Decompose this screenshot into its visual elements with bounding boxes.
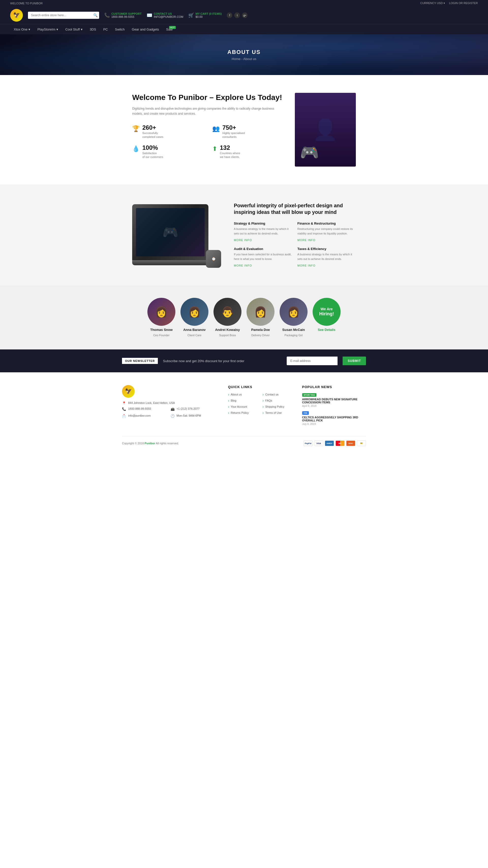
features-title: Powerful integrity of pixel-perfect desi… — [234, 202, 356, 215]
footer-link-shipping[interactable]: Shipping Policy — [263, 405, 292, 409]
nav-item-playstore[interactable]: PlayStoreIm ▾ — [34, 24, 62, 34]
footer-phone: 📞 1800-888-99-5555 — [122, 407, 169, 411]
team-role-andrei: Support Boss — [219, 334, 236, 337]
nav-item-xtox[interactable]: Xtox One ▾ — [10, 24, 34, 34]
location-icon: 📍 — [122, 401, 126, 405]
welcome-image: 👤 — [295, 93, 356, 166]
nav-item-sale[interactable]: Sale HOT — [163, 24, 176, 34]
footer-logo[interactable]: 🦅 — [122, 385, 135, 398]
nav-item-switch[interactable]: Switch — [111, 24, 128, 34]
googleplus-icon[interactable]: g+ — [242, 12, 248, 18]
team-hiring[interactable]: We Are Hiring! See Details — [313, 298, 340, 332]
news-title-2[interactable]: CELTICS AGGRESSIVELY SHOPPING 3RD OVERAL… — [302, 416, 366, 422]
stat-icon-satisfaction: 💧 — [132, 145, 140, 152]
social-links: f t g+ — [227, 12, 248, 18]
nav-item-3ds[interactable]: 3DS — [86, 24, 100, 34]
team-name-anna: Anna Baranov — [183, 328, 206, 332]
footer-link-contact[interactable]: Contact us — [263, 393, 292, 397]
search-input[interactable] — [28, 12, 99, 19]
stat-label-consultants: Highly specialisedconsultants — [222, 131, 245, 139]
logo-icon: 🦅 — [10, 9, 23, 22]
chevron-down-icon: ▾ — [81, 28, 83, 31]
footer-link-blog[interactable]: Blog — [228, 399, 257, 403]
sale-badge: HOT — [169, 26, 176, 29]
welcome-section: Welcome To Punibor – Explore Us Today! D… — [122, 78, 366, 182]
feature-taxes-more[interactable]: MORE INFO — [297, 264, 316, 267]
avatar-susan: 👩 — [280, 298, 307, 326]
feature-strategy-desc: A business strategy is the means by whic… — [234, 227, 292, 236]
team-role-pamela: Delivery Driver — [251, 334, 270, 337]
footer-links-list: About us Contact us Blog FAQs Your Accou… — [228, 393, 292, 415]
footer-link-returns[interactable]: Returns Policy — [228, 411, 257, 415]
hiring-cta[interactable]: See Details — [318, 328, 335, 332]
currency-selector[interactable]: CURRENCY USD ▾ — [420, 2, 445, 5]
stat-icon-consultants: 👥 — [212, 125, 220, 132]
news-title-1[interactable]: ARROWHEAD DEBUTS NEW SIGNATURE CONCESSIO… — [302, 398, 366, 404]
newsletter-section: OUR NEWSLETTER Subscribe now and get 20%… — [0, 349, 488, 372]
feature-audit-more[interactable]: MORE INFO — [234, 264, 252, 267]
newsletter-submit-button[interactable]: SUBMIT — [343, 356, 366, 365]
feature-finance: Finance & Restructuring Restructuring yo… — [297, 221, 356, 242]
team-role-anna: Client Care — [187, 334, 201, 337]
welcome-title: Welcome To Punibor – Explore Us Today! — [132, 93, 285, 102]
cart-value: $0.00 — [195, 15, 222, 18]
chevron-down-icon: ▾ — [29, 28, 30, 31]
footer-copyright: Copyright © 2018 Punibor All rights rese… — [122, 442, 179, 445]
footer-bottom: Copyright © 2018 Punibor All rights rese… — [122, 436, 366, 446]
feature-finance-title: Finance & Restructuring — [297, 221, 356, 225]
contact-email: INFO@PUNIBOR.COM — [154, 15, 183, 18]
features-section: 🎮 ⌚ Powerful integrity of pixel-perfect … — [122, 187, 366, 283]
feature-taxes-desc: A business strategy is the means by whic… — [297, 252, 356, 261]
footer-email: 📩 info@punibor.com — [122, 414, 169, 418]
footer-about-col: 🦅 📍 844 Johnston Lock, East Helton, USA … — [122, 385, 218, 429]
feature-strategy-more[interactable]: MORE INFO — [234, 239, 252, 242]
team-member-andrei: 👨 Andrei Kowalsy Support Boss — [214, 298, 241, 337]
team-name-thomas: Thomas Snow — [150, 328, 172, 332]
feature-taxes: Taxes & Efficiency A business strategy i… — [297, 247, 356, 267]
top-bar: WELCOME TO PUNIBOR CURRENCY USD ▾ LOGIN … — [0, 0, 488, 6]
footer-fax: 📠 +1 (212) 376-2077 — [170, 407, 218, 411]
team-name-andrei: Andrei Kowalsy — [215, 328, 240, 332]
features-grid: Strategy & Planning A business strategy … — [234, 221, 356, 267]
footer-links-title: QUICK LINKS — [228, 385, 292, 389]
avatar-andrei: 👨 — [214, 298, 241, 326]
nav-item-gear[interactable]: Gear and Gadgets — [128, 24, 163, 34]
stat-number-completed: 260+ — [142, 124, 163, 131]
stat-consultants: 👥 750+ Highly specialisedconsultants — [212, 124, 285, 139]
footer-link-account[interactable]: Your Account — [228, 405, 257, 409]
search-button[interactable]: 🔍 — [93, 13, 98, 17]
generic-card-icon: 💳 — [357, 440, 366, 446]
support-label: CUSTOMER SUPPORT — [111, 12, 141, 15]
team-name-pamela: Pamela Doe — [251, 328, 270, 332]
cart-info[interactable]: 🛒 MY CART (0 ITEMS) $0.00 — [188, 12, 222, 18]
team-name-susan: Susan McCain — [282, 328, 305, 332]
contact-label: CONTACT US — [154, 12, 183, 15]
stat-number-consultants: 750+ — [222, 124, 245, 131]
footer-link-terms[interactable]: Terms of Use — [263, 411, 292, 415]
feature-taxes-title: Taxes & Efficiency — [297, 247, 356, 251]
support-icon: 📞 — [104, 12, 110, 18]
twitter-icon[interactable]: t — [234, 12, 240, 18]
hero-banner: ABOUT US Home - About us — [0, 34, 488, 75]
search-form: 🔍 — [28, 12, 99, 19]
login-register[interactable]: LOGIN OR REGISTER — [449, 2, 478, 5]
brand-name: Punibor — [144, 442, 155, 445]
news-badge-2: FIN — [302, 411, 309, 415]
welcome-image-area: 👤 — [295, 93, 356, 166]
team-member-susan: 👩 Susan McCain Packaging Girl — [280, 298, 307, 337]
logo[interactable]: 🦅 — [10, 9, 23, 22]
smartwatch-visual: ⌚ — [206, 250, 221, 268]
newsletter-email-input[interactable] — [287, 356, 337, 365]
welcome-content: Welcome To Punibor – Explore Us Today! D… — [132, 93, 285, 159]
footer-link-faqs[interactable]: FAQs — [263, 399, 292, 403]
team-member-thomas: 👩 Thomas Snow Ceo Founder — [148, 298, 175, 337]
facebook-icon[interactable]: f — [227, 12, 232, 18]
amex-icon: AMEX — [325, 440, 334, 446]
nav-item-coolstuff[interactable]: Cool Stuff ▾ — [62, 24, 86, 34]
team-section: 👩 Thomas Snow Ceo Founder 👩 Anna Baranov… — [0, 285, 488, 349]
nav-item-pc[interactable]: PC — [100, 24, 111, 34]
news-date-2: July 8, 2019 — [302, 423, 366, 426]
feature-strategy-title: Strategy & Planning — [234, 221, 292, 225]
footer-link-about[interactable]: About us — [228, 393, 257, 397]
feature-finance-more[interactable]: MORE INFO — [297, 239, 316, 242]
